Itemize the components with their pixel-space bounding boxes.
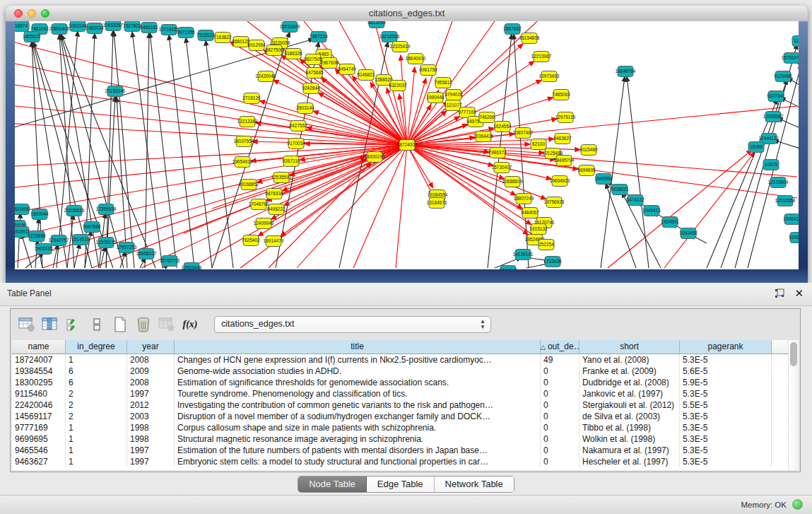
table-cell[interactable]: Corpus callosum shape and size in male p…	[175, 422, 541, 433]
graph-node[interactable]: 746266	[479, 112, 495, 123]
graph-node[interactable]: 1615132	[529, 224, 548, 235]
table-cell[interactable]: 5.3E-5	[680, 422, 772, 433]
graph-node[interactable]: 12535593	[271, 173, 292, 183]
table-cell[interactable]: 0	[541, 411, 579, 422]
graph-node[interactable]: 9612245	[499, 266, 517, 270]
graph-node[interactable]: 1624554	[493, 122, 512, 132]
graph-node[interactable]: 14136141	[513, 250, 534, 260]
table-cell[interactable]: 0	[541, 399, 579, 411]
table-cell[interactable]: 9777169	[12, 422, 66, 433]
graph-node[interactable]: 1092450	[679, 228, 698, 239]
table-cell[interactable]: 5.3E-5	[680, 445, 772, 456]
graph-node[interactable]: 12103504	[768, 177, 789, 188]
new-column-icon[interactable]	[111, 315, 129, 334]
table-cell[interactable]: Stergiakouli et al. (2012)	[579, 399, 680, 411]
table-cell[interactable]: 1998	[127, 422, 175, 433]
table-cell[interactable]: Yano et al. (2008)	[579, 354, 680, 366]
column-header-out_de[interactable]: △out_de…	[541, 340, 579, 354]
graph-node[interactable]: 1640954	[594, 174, 613, 185]
table-cell[interactable]: Genome-wide association studies in ADHD.	[175, 366, 541, 377]
table-cell[interactable]: 0	[541, 422, 579, 433]
table-cell[interactable]: 2003	[127, 411, 175, 422]
table-cell[interactable]: 6	[66, 377, 127, 388]
graph-node[interactable]: 16958107	[136, 249, 157, 259]
graph-node[interactable]: 17359934	[96, 204, 117, 215]
table-cell[interactable]: 2008	[127, 354, 175, 366]
citation-network-graph[interactable]: 1667474810431405572208914061093144196203…	[15, 21, 799, 269]
table-cell[interactable]: Estimation of the future numbers of pati…	[175, 445, 541, 456]
graph-node[interactable]: 9245012	[789, 233, 799, 243]
graph-node[interactable]: 9827505	[304, 54, 322, 65]
graph-node[interactable]: 7485063	[552, 90, 570, 100]
graph-node[interactable]: 6474122	[626, 195, 645, 206]
graph-node[interactable]: 16914479	[264, 236, 284, 247]
graph-node[interactable]: 17957253	[117, 243, 137, 253]
table-cell[interactable]: Investigating the contribution of common…	[175, 399, 541, 411]
table-cell[interactable]: 18300295	[12, 377, 66, 388]
graph-node[interactable]: 10973493	[539, 71, 560, 82]
graph-node[interactable]: 7955812	[434, 78, 452, 88]
graph-node[interactable]: 19166852	[239, 180, 259, 190]
graph-node[interactable]: 7857224	[310, 32, 328, 42]
table-settings-icon[interactable]	[18, 315, 36, 334]
graph-node[interactable]: 12325419	[390, 42, 411, 52]
graph-node[interactable]: 2687682	[503, 24, 522, 35]
graph-node[interactable]: 9242844	[302, 83, 320, 94]
graph-node[interactable]: 11175	[792, 36, 799, 47]
graph-node[interactable]: 1733426	[543, 257, 562, 267]
table-row[interactable]: 1456911722003Disruption of a novel membe…	[12, 411, 788, 422]
delete-column-icon[interactable]	[134, 315, 153, 334]
table-cell[interactable]: 0	[541, 377, 579, 388]
graph-node[interactable]: 18807249	[514, 194, 534, 204]
graph-node[interactable]: 19218506	[379, 32, 400, 42]
table-cell[interactable]: 9699695	[12, 433, 66, 445]
table-cell[interactable]: Dudbridge et al. (2008)	[579, 377, 680, 388]
table-row[interactable]: 2242004622012Investigating the contribut…	[12, 399, 788, 411]
graph-node[interactable]: 13184576	[427, 198, 447, 209]
graph-node[interactable]: 1046412	[783, 214, 799, 225]
tab-node-table[interactable]: Node Table	[298, 477, 367, 492]
graph-node[interactable]: 7986372	[488, 148, 507, 158]
table-row[interactable]: 946362711997Embryonic stem cells: a mode…	[12, 456, 788, 467]
graph-node[interactable]: 2620650	[15, 204, 30, 215]
graph-node[interactable]: 8813054	[367, 21, 386, 28]
table-cell[interactable]: 9463627	[12, 456, 66, 467]
graph-node[interactable]: 15751074	[782, 53, 799, 64]
graph-node[interactable]: 8427552	[289, 121, 307, 132]
graph-node[interactable]: 20364436	[473, 132, 494, 142]
table-cell[interactable]: 5.3E-5	[680, 411, 772, 422]
table-row[interactable]: 1872400712008Changes of HCN gene express…	[12, 354, 788, 366]
network-canvas[interactable]: 1667474810431405572208914061093144196203…	[15, 21, 799, 269]
graph-node[interactable]: 9115460	[580, 145, 598, 156]
tab-network-table[interactable]: Network Table	[435, 477, 514, 492]
graph-node[interactable]: 8454749	[338, 64, 356, 75]
graph-node[interactable]: 17046788	[249, 199, 269, 210]
table-scrollbar[interactable]	[788, 340, 799, 470]
graph-node[interactable]: 1990448	[426, 93, 445, 103]
graph-node[interactable]: 16674	[15, 21, 29, 32]
table-cell[interactable]: 5.3E-5	[680, 354, 772, 366]
graph-node[interactable]: 18640910	[406, 54, 426, 64]
table-cell[interactable]: 1997	[127, 445, 175, 456]
graph-node[interactable]: 252254	[539, 240, 554, 250]
table-cell[interactable]: 5.3E-5	[680, 456, 772, 467]
graph-node[interactable]: 7625402	[242, 235, 260, 246]
table-cell[interactable]: 1	[66, 354, 127, 366]
table-cell[interactable]: 5.9E-5	[680, 377, 772, 388]
graph-node[interactable]: 5878334	[265, 189, 283, 199]
graph-node[interactable]: 8938921	[611, 185, 629, 195]
graph-node[interactable]: 7515523	[196, 30, 215, 41]
graph-node[interactable]: 8186328	[284, 49, 302, 59]
graph-node[interactable]: 8466161	[140, 23, 158, 33]
table-cell[interactable]: 2008	[127, 377, 175, 388]
graph-node[interactable]: 1093144	[69, 21, 87, 32]
graph-node[interactable]: 1046413	[642, 206, 661, 216]
table-cell[interactable]: 1	[66, 456, 127, 467]
graph-node[interactable]: 12213383	[237, 117, 258, 127]
graph-node[interactable]: 12975115	[555, 112, 576, 123]
graph-node[interactable]: 16848784	[616, 66, 636, 77]
graph-node[interactable]: 18495794	[554, 156, 575, 166]
table-cell[interactable]: Disruption of a novel member of a sodium…	[175, 411, 541, 422]
table-cell[interactable]: 5.5E-5	[680, 399, 772, 411]
graph-node[interactable]: 1405572	[23, 32, 41, 42]
